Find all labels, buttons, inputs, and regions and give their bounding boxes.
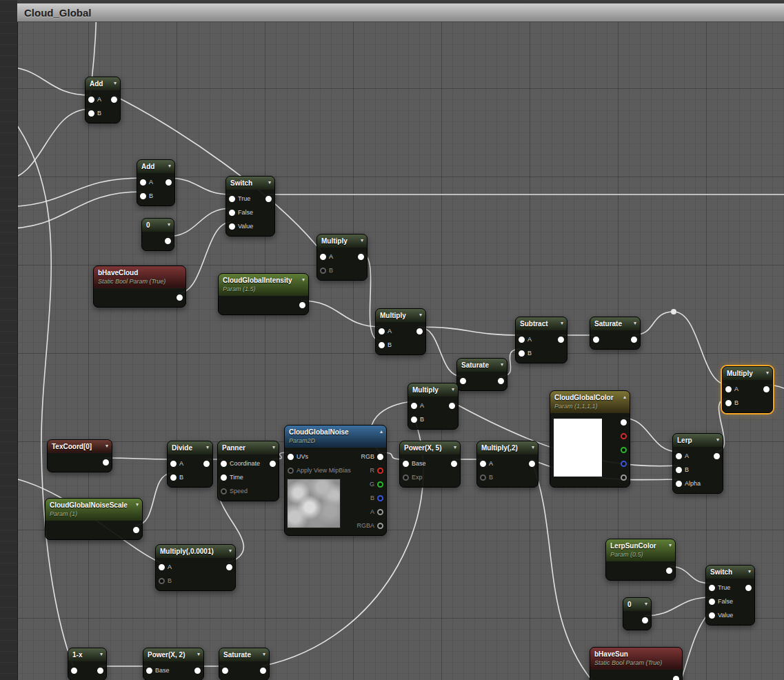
input-pin[interactable]	[460, 378, 466, 384]
node-saturate-1[interactable]: Saturate▾	[590, 317, 641, 350]
chevron-down-icon[interactable]: ▾	[748, 569, 751, 574]
input-pin-false[interactable]	[229, 210, 235, 216]
node-header[interactable]: Saturate▾	[590, 317, 640, 330]
output-pin[interactable]	[673, 676, 679, 680]
node-multiply-2[interactable]: Multiply▾AB	[375, 308, 426, 355]
node-header[interactable]: CloudGlobalColor▴Param (1,1,1,1)	[550, 391, 630, 413]
node-lerp[interactable]: Lerp▾ABAlpha	[672, 433, 723, 494]
output-pin[interactable]	[358, 254, 364, 260]
input-pin-a[interactable]	[676, 453, 682, 459]
node-header[interactable]: Switch▾	[226, 177, 274, 190]
output-pin[interactable]	[226, 564, 232, 570]
node-multiply-by2[interactable]: Multiply(,2)▾AB	[476, 441, 539, 488]
node-power-x5[interactable]: Power(X, 5)▾BaseExp	[399, 441, 461, 488]
input-pin-value[interactable]	[229, 223, 235, 230]
node-subtract-1[interactable]: Subtract▾AB	[515, 317, 567, 363]
output-pin[interactable]	[621, 447, 627, 453]
output-pin[interactable]	[260, 668, 266, 674]
output-pin[interactable]	[299, 302, 305, 308]
input-pin-b[interactable]	[676, 467, 682, 473]
output-pin[interactable]	[449, 403, 455, 409]
node-zero-1[interactable]: 0▾	[141, 218, 174, 251]
input-pin-a[interactable]	[320, 254, 326, 260]
output-pin[interactable]	[111, 97, 117, 103]
chevron-down-icon[interactable]: ▾	[634, 321, 636, 326]
input-pin-b[interactable]	[379, 342, 385, 348]
node-panner[interactable]: Panner▾CoordinateTimeSpeed	[217, 441, 279, 501]
node-add-1[interactable]: Add▾AB	[85, 77, 121, 123]
node-header[interactable]: Add▾	[86, 77, 120, 90]
output-pin-g[interactable]	[377, 481, 383, 488]
chevron-up-icon[interactable]: ▴	[380, 429, 383, 434]
input-pin-a[interactable]	[480, 461, 486, 467]
output-pin-b[interactable]	[377, 495, 383, 501]
node-header[interactable]: Power(X, 2)▾	[143, 648, 203, 661]
input-pin-a[interactable]	[725, 386, 732, 392]
output-pin[interactable]	[451, 461, 457, 467]
chevron-down-icon[interactable]: ▾	[361, 238, 363, 243]
chevron-down-icon[interactable]: ▾	[114, 81, 117, 86]
chevron-down-icon[interactable]: ▾	[419, 312, 422, 318]
chevron-down-icon[interactable]: ▾	[561, 321, 563, 326]
node-header[interactable]: Switch▾	[706, 566, 754, 579]
chevron-down-icon[interactable]: ▾	[645, 601, 647, 607]
output-pin[interactable]	[558, 337, 564, 343]
node-multiply-1[interactable]: Multiply▾AB	[316, 234, 368, 281]
node-header[interactable]: Lerp▾	[673, 434, 723, 447]
output-pin[interactable]	[203, 461, 210, 467]
output-pin-r[interactable]	[377, 468, 383, 474]
output-pin-rgb[interactable]	[377, 454, 383, 460]
output-pin[interactable]	[631, 337, 637, 343]
node-header[interactable]: bHaveCloudStatic Bool Param (True)	[94, 266, 185, 288]
output-pin[interactable]	[529, 461, 535, 467]
input-pin-alpha[interactable]	[676, 481, 682, 487]
output-pin[interactable]	[165, 238, 171, 244]
input-pin-b[interactable]	[140, 193, 146, 199]
node-header[interactable]: Multiply(,0.0001)▾	[156, 545, 235, 558]
input-pin[interactable]	[593, 337, 599, 343]
input-pin-base[interactable]	[146, 668, 152, 674]
output-pin[interactable]	[194, 668, 201, 674]
input-pin-b[interactable]	[88, 110, 94, 117]
node-power-x2[interactable]: Power(X, 2)▾Base	[143, 648, 204, 680]
output-pin[interactable]	[621, 419, 627, 426]
node-lerpsuncolor[interactable]: LerpSunColor▾Param (0.5)	[605, 539, 676, 581]
node-header[interactable]: Multiply▾	[317, 234, 367, 248]
output-pin[interactable]	[165, 179, 172, 186]
input-pin-true[interactable]	[229, 196, 235, 202]
input-pin-b[interactable]	[411, 417, 417, 423]
input-pin-true[interactable]	[709, 585, 715, 591]
chevron-up-icon[interactable]: ▴	[623, 394, 626, 400]
chevron-down-icon[interactable]: ▾	[168, 163, 171, 169]
node-header[interactable]: LerpSunColor▾Param (0.5)	[606, 539, 675, 561]
input-pin-a[interactable]	[88, 97, 94, 103]
output-pin[interactable]	[621, 474, 627, 481]
output-pin[interactable]	[270, 461, 276, 467]
node-add-2[interactable]: Add▾AB	[137, 159, 175, 206]
chevron-down-icon[interactable]: ▾	[229, 548, 232, 554]
chevron-down-icon[interactable]: ▾	[206, 445, 209, 450]
node-divide[interactable]: Divide▾AB	[167, 441, 213, 488]
input-pin-false[interactable]	[709, 599, 715, 605]
input-pin-b[interactable]	[480, 474, 486, 481]
chevron-down-icon[interactable]: ▾	[669, 543, 672, 548]
node-bhavesun[interactable]: bHaveSunStatic Bool Param (True)	[590, 647, 683, 680]
node-oneminus[interactable]: 1-x▾	[68, 648, 107, 680]
node-cloudglobalnoisescale[interactable]: CloudGlobalNoiseScale▾Param (1)	[45, 498, 143, 540]
chevron-down-icon[interactable]: ▾	[766, 370, 769, 376]
input-pin-exp[interactable]	[403, 474, 409, 481]
chevron-down-icon[interactable]: ▾	[501, 362, 503, 368]
output-pin[interactable]	[177, 294, 183, 301]
input-pin-b[interactable]	[320, 268, 326, 274]
output-pin[interactable]	[621, 461, 627, 467]
node-header[interactable]: CloudGlobalNoise▴Param2D	[285, 426, 386, 448]
output-pin[interactable]	[745, 585, 752, 591]
input-pin-b[interactable]	[725, 400, 732, 406]
node-header[interactable]: Multiply▾	[376, 309, 425, 322]
output-pin-a[interactable]	[377, 509, 383, 515]
chevron-down-icon[interactable]: ▾	[136, 502, 139, 508]
node-switch-1[interactable]: Switch▾TrueFalseValue	[225, 176, 275, 237]
input-pin-a[interactable]	[140, 179, 146, 186]
node-header[interactable]: Panner▾	[218, 441, 279, 454]
input-pin-b[interactable]	[159, 578, 165, 584]
